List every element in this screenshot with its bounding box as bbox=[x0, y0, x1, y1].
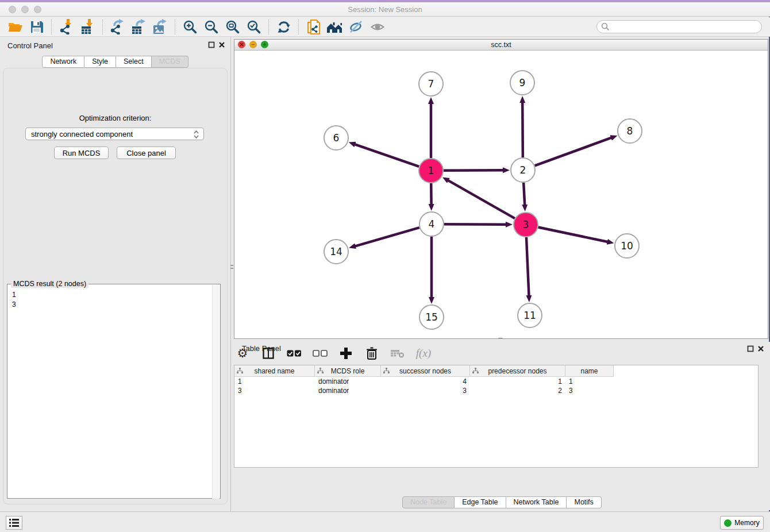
node-label-3: 3 bbox=[523, 219, 529, 230]
memory-button[interactable]: Memory bbox=[720, 516, 764, 530]
zoom-selected-button[interactable] bbox=[243, 18, 264, 36]
import-network-button[interactable] bbox=[56, 18, 77, 36]
tab-motifs[interactable]: Motifs bbox=[567, 496, 601, 508]
node-table[interactable]: shared nameMCDS rolesuccessor nodesprede… bbox=[234, 365, 759, 468]
network-window-titlebar[interactable]: ✕ − + scc.txt bbox=[234, 40, 768, 51]
splitter-grip[interactable] bbox=[230, 268, 233, 269]
cell-name[interactable]: 3 bbox=[565, 386, 614, 395]
import-table-button[interactable] bbox=[77, 18, 98, 36]
refresh-icon bbox=[276, 20, 291, 34]
optimization-dropdown[interactable]: strongly connected component bbox=[25, 128, 204, 140]
tab-mcds[interactable]: MCDS bbox=[152, 56, 188, 68]
close-panel-icon[interactable] bbox=[218, 41, 225, 48]
column-header-predecessor-nodes[interactable]: predecessor nodes bbox=[470, 365, 565, 377]
vizmapper-button[interactable] bbox=[345, 18, 367, 36]
edge-2-3[interactable] bbox=[523, 183, 525, 205]
toolbar-separator bbox=[298, 20, 299, 34]
edge-1-6[interactable] bbox=[355, 144, 419, 167]
table-body: 1dominator4113dominator323 bbox=[234, 377, 758, 395]
run-mcds-button[interactable]: Run MCDS bbox=[54, 147, 109, 159]
mcds-result-text[interactable]: 1 3 bbox=[12, 290, 16, 310]
edge-2-8[interactable] bbox=[535, 138, 611, 166]
app-title: Session: New Session bbox=[0, 5, 770, 14]
edge-1-2[interactable] bbox=[444, 170, 503, 171]
table-header-row: shared nameMCDS rolesuccessor nodesprede… bbox=[234, 365, 758, 377]
delete-table-button[interactable] bbox=[389, 345, 406, 362]
column-header-shared-name[interactable]: shared name bbox=[234, 365, 315, 377]
save-session-button[interactable] bbox=[26, 18, 47, 36]
function-builder-button[interactable]: f(x) bbox=[415, 345, 432, 362]
open-folder-button[interactable] bbox=[5, 18, 26, 36]
delete-row-button[interactable] bbox=[363, 345, 380, 362]
close-table-panel-icon[interactable] bbox=[757, 345, 764, 352]
sort-tree-icon bbox=[383, 368, 390, 374]
edge-4-14[interactable] bbox=[355, 228, 419, 246]
edge-3-10[interactable] bbox=[538, 228, 608, 242]
table-toolbar: ⚙ bbox=[234, 342, 770, 365]
table-row[interactable]: 1dominator411 bbox=[234, 377, 758, 386]
cell-successor-nodes[interactable]: 4 bbox=[381, 377, 470, 386]
sort-tree-icon bbox=[237, 368, 243, 374]
float-panel-icon[interactable] bbox=[208, 41, 215, 48]
column-header-name[interactable]: name bbox=[565, 365, 614, 377]
zoom-out-button[interactable] bbox=[201, 18, 222, 36]
function-builder-icon: f(x) bbox=[416, 347, 431, 360]
cell-successor-nodes[interactable]: 3 bbox=[381, 386, 470, 395]
zoom-in-button[interactable] bbox=[179, 18, 201, 36]
export-image-button[interactable] bbox=[149, 18, 171, 36]
import-table-icon bbox=[80, 19, 95, 34]
refresh-view-button[interactable] bbox=[273, 18, 294, 36]
memory-status-icon bbox=[724, 519, 732, 527]
splitter-grip[interactable] bbox=[230, 265, 233, 266]
close-panel-button[interactable]: Close panel bbox=[117, 147, 176, 159]
select-all-columns-button[interactable] bbox=[286, 345, 303, 362]
tab-network-table[interactable]: Network Table bbox=[506, 496, 567, 508]
network-canvas[interactable]: 7968124314101511 bbox=[234, 51, 768, 339]
tab-network[interactable]: Network bbox=[42, 56, 84, 68]
column-header-MCDS-role[interactable]: MCDS role bbox=[315, 365, 381, 377]
eye-button[interactable] bbox=[367, 18, 388, 36]
result-scrollbar[interactable] bbox=[212, 285, 220, 499]
edge-4-3[interactable] bbox=[444, 224, 506, 225]
splitter-grip[interactable] bbox=[498, 338, 503, 339]
export-image-icon bbox=[152, 19, 168, 34]
cell-shared-name[interactable]: 3 bbox=[234, 386, 315, 395]
edge-3-11[interactable] bbox=[526, 237, 529, 296]
table-panel-title: Table Panel bbox=[242, 344, 281, 353]
tab-node-table[interactable]: Node Table bbox=[402, 496, 455, 508]
cell-MCDS-role[interactable]: dominator bbox=[315, 377, 381, 386]
node-label-14: 14 bbox=[330, 246, 342, 257]
save-icon bbox=[30, 20, 44, 34]
search-input[interactable] bbox=[596, 20, 762, 33]
zoom-fit-button[interactable] bbox=[222, 18, 243, 36]
add-row-button[interactable] bbox=[337, 345, 355, 362]
home-icon bbox=[326, 20, 344, 34]
home-button[interactable] bbox=[324, 18, 345, 36]
network-window-title: scc.txt bbox=[234, 41, 768, 49]
cell-name[interactable]: 1 bbox=[565, 377, 614, 386]
cell-predecessor-nodes[interactable]: 1 bbox=[470, 377, 565, 386]
cell-MCDS-role[interactable]: dominator bbox=[315, 386, 381, 395]
deselect-all-columns-button[interactable] bbox=[311, 345, 329, 362]
task-history-button[interactable] bbox=[6, 516, 22, 530]
tab-style[interactable]: Style bbox=[84, 56, 116, 68]
table-row[interactable]: 3dominator323 bbox=[234, 386, 758, 395]
cell-predecessor-nodes[interactable]: 2 bbox=[470, 386, 565, 395]
edge-2-9[interactable] bbox=[522, 102, 523, 157]
export-network-button[interactable] bbox=[107, 18, 128, 36]
mcds-result-box: MCDS result (2 nodes) 1 3 bbox=[7, 284, 221, 499]
export-table-icon bbox=[131, 19, 147, 34]
edge-3-1[interactable] bbox=[448, 180, 515, 218]
column-header-successor-nodes[interactable]: successor nodes bbox=[381, 365, 470, 377]
tab-edge-table[interactable]: Edge Table bbox=[455, 496, 506, 508]
deselect-all-icon bbox=[313, 350, 328, 357]
float-table-panel-icon[interactable] bbox=[747, 345, 754, 352]
trash-icon bbox=[366, 347, 378, 360]
tab-select[interactable]: Select bbox=[116, 56, 152, 68]
node-label-6: 6 bbox=[333, 132, 340, 144]
cell-shared-name[interactable]: 1 bbox=[234, 377, 315, 386]
network-document-button[interactable] bbox=[303, 18, 324, 36]
status-bar: Memory bbox=[0, 511, 770, 532]
node-label-15: 15 bbox=[425, 311, 438, 323]
export-table-button[interactable] bbox=[128, 18, 149, 36]
